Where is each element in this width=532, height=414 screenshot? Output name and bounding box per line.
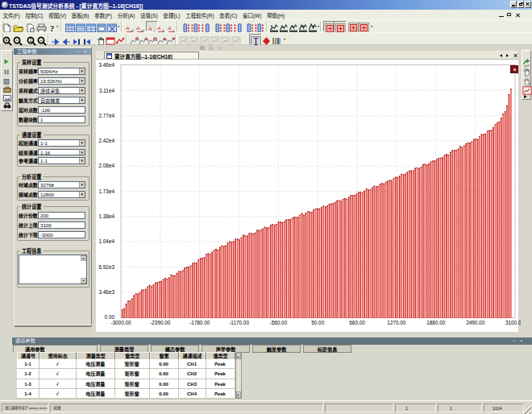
svg-text:1: 1	[29, 37, 32, 43]
svg-text:A: A	[135, 25, 140, 31]
svg-text:A: A	[148, 26, 152, 32]
svg-text:A: A	[125, 25, 130, 31]
svg-text:A: A	[167, 25, 172, 31]
svg-text:A: A	[156, 25, 161, 31]
